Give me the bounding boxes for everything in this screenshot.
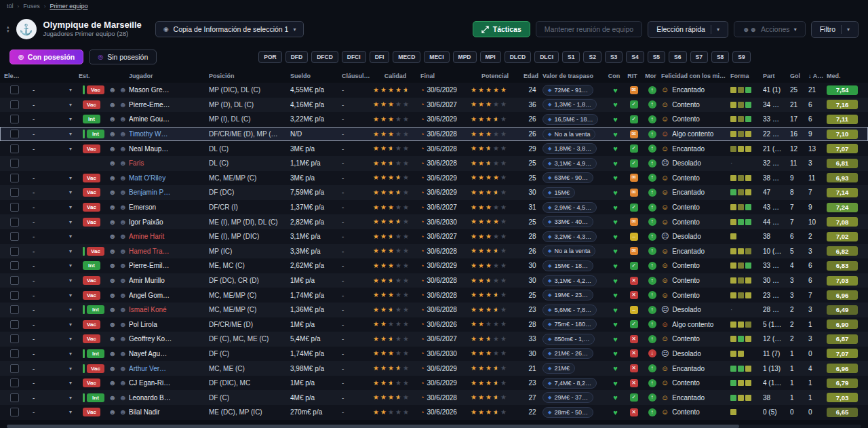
player-report-icon[interactable]: ☻ [108, 306, 117, 313]
player-row[interactable]: -▾Vac☻☻Bilal NadirME (DC), MP (IC)270m€ … [0, 405, 868, 420]
player-row[interactable]: -▾Vac☻☻Benjamin P…DF (DC)7,59M€ p/a-★★★★… [0, 185, 868, 200]
row-select-dropdown[interactable]: -▾ [24, 321, 79, 328]
player-report-icon[interactable]: ☻ [108, 101, 117, 109]
position-chip-s3[interactable]: S3 [605, 51, 623, 63]
player-profile-icon[interactable]: ☻ [119, 145, 127, 153]
position-chip-s6[interactable]: S6 [669, 51, 686, 63]
row-checkbox[interactable] [10, 247, 19, 256]
player-row[interactable]: -▾Int☻☻Pierre-Emil…ME, MC (C)2,62M€ p/a-… [0, 258, 868, 273]
player-row[interactable]: -▾Vac☻☻Igor PaixãoME (I), MP (DI), DL (C… [0, 214, 868, 229]
without-possession-toggle[interactable]: ◎ Sin posesión [89, 50, 157, 64]
row-select-dropdown[interactable]: -▾ [24, 394, 79, 402]
tactics-button[interactable]: Tácticas [473, 21, 530, 37]
player-report-icon[interactable]: ☻ [108, 262, 117, 269]
row-select-dropdown[interactable]: -▾ [24, 350, 79, 357]
row-select-dropdown[interactable]: -▾ [24, 306, 79, 313]
player-name[interactable]: Arthur Ver… [129, 365, 209, 372]
player-name[interactable]: CJ Egan-Ri… [129, 379, 209, 387]
player-name[interactable]: Timothy W… [129, 130, 209, 138]
player-name[interactable]: Amir Murillo [129, 277, 209, 284]
player-row[interactable]: -▾Vac☻☻Mason Gre…MP (DIC), DL (C)4,55M€ … [0, 83, 868, 98]
player-name[interactable]: Pierre-Eme… [129, 101, 209, 109]
position-chip-s5[interactable]: S5 [648, 51, 665, 63]
scrollbar-thumb[interactable] [7, 425, 739, 428]
player-report-icon[interactable]: ☻ [108, 277, 117, 284]
player-name[interactable]: Emerson [129, 203, 209, 211]
player-name[interactable]: Mason Gre… [129, 86, 209, 94]
player-name[interactable]: Ismaël Koné [129, 306, 209, 313]
position-chip-dlci[interactable]: DLCI [534, 51, 559, 63]
player-name[interactable]: Amine Gou… [129, 115, 209, 123]
player-report-icon[interactable]: ☻ [108, 292, 117, 299]
breadcrumb-item[interactable]: tūl [7, 3, 14, 9]
row-select-dropdown[interactable]: -▾ [24, 203, 79, 211]
row-checkbox[interactable] [10, 85, 19, 94]
column-header-felicidad-con-los-min-[interactable]: Felicidad con los min… [661, 73, 730, 79]
column-header-calidad[interactable]: Calidad [373, 73, 420, 79]
column-header-valor-de-traspaso[interactable]: Valor de traspaso [542, 73, 606, 79]
player-profile-icon[interactable]: ☻ [119, 233, 127, 240]
row-select-dropdown[interactable]: -▾ [24, 101, 79, 109]
row-checkbox[interactable] [10, 115, 19, 123]
with-possession-toggle[interactable]: ◎ Con posesión [9, 50, 83, 64]
row-checkbox[interactable] [10, 334, 19, 343]
player-report-icon[interactable]: ☻ [108, 379, 117, 387]
player-profile-icon[interactable]: ☻ [119, 130, 127, 138]
player-row[interactable]: -▾Vac☻☻Pol LirolaDF/CR/ME (D)1M€ p/a-★★★… [0, 317, 868, 332]
column-header-forma[interactable]: Forma [730, 73, 763, 79]
player-name[interactable]: Geoffrey Ko… [129, 335, 209, 343]
player-report-icon[interactable]: ☻ [108, 145, 117, 153]
player-profile-icon[interactable]: ☻ [119, 365, 127, 372]
row-checkbox[interactable] [10, 305, 19, 314]
actions-button[interactable]: ☻☻ Acciones ▾ [734, 21, 806, 37]
player-row[interactable]: -▾Vac☻☻Neal Maup…DL (C)3M€ p/a-★★★★★◔30/… [0, 141, 868, 156]
player-report-icon[interactable]: ☻ [108, 115, 117, 123]
player-row[interactable]: -▾☻☻Amine HaritME (I), MP (DIC)3,1M€ p/a… [0, 229, 868, 244]
row-checkbox[interactable] [10, 159, 19, 168]
position-chip-s1[interactable]: S1 [562, 51, 580, 63]
player-profile-icon[interactable]: ☻ [119, 379, 127, 387]
player-report-icon[interactable]: ☻ [108, 335, 117, 343]
player-row[interactable]: -▾Int☻☻Leonardo B…DF (C)4M€ p/a-★★★★★◔30… [0, 390, 868, 405]
position-chip-s7[interactable]: S7 [690, 51, 708, 63]
row-checkbox[interactable] [10, 174, 19, 182]
breadcrumb-item[interactable]: Fuses [23, 3, 40, 9]
row-select-dropdown[interactable]: -▾ [24, 189, 79, 196]
player-name[interactable]: Benjamin P… [129, 189, 209, 196]
column-header-edad[interactable]: Edad [522, 73, 542, 79]
player-profile-icon[interactable]: ☻ [119, 350, 127, 357]
player-profile-icon[interactable]: ☻ [119, 101, 127, 109]
player-name[interactable]: Nayef Agu… [129, 350, 209, 357]
player-row[interactable]: -▾Vac☻☻Arthur Ver…MC, ME (C)3,98M€ p/a-★… [0, 361, 868, 376]
player-report-icon[interactable]: ☻ [108, 350, 117, 357]
row-checkbox[interactable] [10, 261, 19, 270]
player-name[interactable]: Igor Paixão [129, 218, 209, 226]
player-report-icon[interactable]: ☻ [108, 248, 117, 255]
player-row[interactable]: -▾Int☻☻Nayef Agu…DF (C)1,74M€ p/a-★★★★★◔… [0, 347, 868, 362]
row-checkbox[interactable] [10, 320, 19, 329]
row-checkbox[interactable] [10, 218, 19, 227]
position-chip-mpi[interactable]: MPI [480, 51, 501, 63]
position-chip-mpd[interactable]: MPD [453, 51, 477, 63]
view-selector[interactable]: ◉ Copia de Información de selección 1 ▾ [155, 21, 304, 37]
player-report-icon[interactable]: ☻ [108, 189, 117, 196]
row-select-dropdown[interactable]: -▾ [24, 335, 79, 343]
row-select-dropdown[interactable]: -▾ [24, 277, 79, 284]
position-chip-dfci[interactable]: DFCI [342, 51, 366, 63]
row-select-dropdown[interactable]: -▾ [24, 115, 79, 123]
player-profile-icon[interactable]: ☻ [119, 277, 127, 284]
row-select-dropdown[interactable]: -▾ [24, 174, 79, 182]
row-checkbox[interactable] [10, 408, 19, 416]
column-header-est-[interactable]: Est. [79, 73, 106, 79]
position-chip-s8[interactable]: S8 [711, 51, 729, 63]
column-header-jugador[interactable]: Jugador [129, 73, 209, 79]
column-header-rit[interactable]: RIT [625, 73, 643, 79]
column-header-cl-usula-[interactable]: Cláusula … [342, 73, 373, 79]
player-report-icon[interactable]: ☻ [108, 394, 117, 402]
column-header-posici-n[interactable]: Posición [209, 73, 290, 79]
position-chip-mecd[interactable]: MECD [393, 51, 420, 63]
player-report-icon[interactable]: ☻ [108, 159, 117, 167]
player-profile-icon[interactable]: ☻ [119, 189, 127, 196]
player-profile-icon[interactable]: ☻ [119, 292, 127, 299]
position-chip-meci[interactable]: MECI [424, 51, 449, 63]
